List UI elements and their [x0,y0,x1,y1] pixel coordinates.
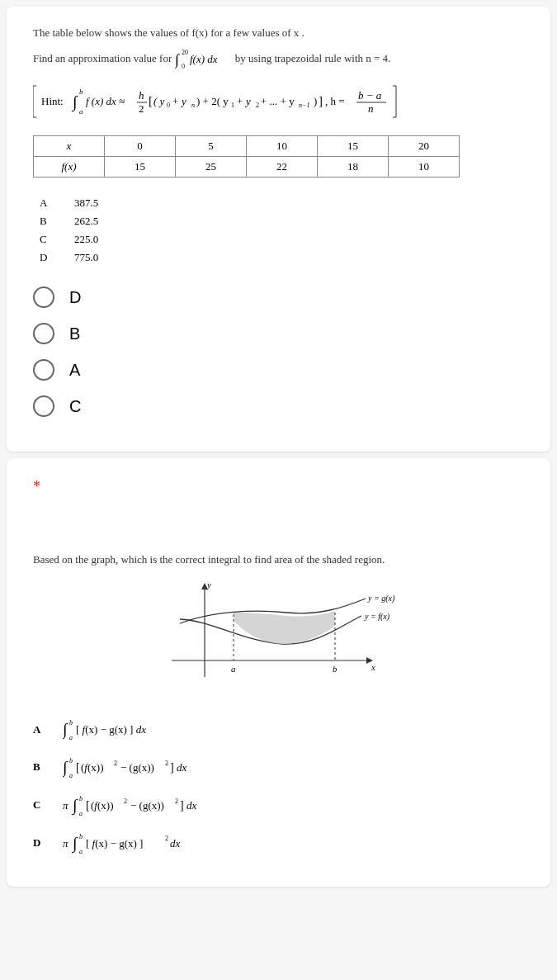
svg-text:2: 2 [165,835,168,842]
svg-text:]: ] [170,761,174,774]
svg-text:2: 2 [114,760,117,767]
table-header: 5 [176,136,247,157]
svg-text:∫: ∫ [71,796,78,816]
answer-label: C [33,798,48,812]
answer-row: B 262.5 [33,212,524,230]
option-d[interactable]: D [33,286,524,308]
table-cell: f(x) [34,157,105,178]
answer-d: D π ∫ b a [ f(x) − g(x) ] 2 dx [33,829,524,857]
q1-prompt-suffix: by using trapezoidal rule with n = 4. [235,52,391,64]
svg-text:(f(x)): (f(x)) [81,761,103,774]
svg-text:b: b [69,719,73,727]
svg-text:∫: ∫ [71,92,78,112]
table-header: x [34,136,105,157]
answer-b: B ∫ b a [ (f(x)) 2 − (g(x)) 2 ] dx [33,753,524,781]
svg-text:∫: ∫ [63,720,68,740]
table-cell: 25 [176,157,247,178]
answer-row: D 775.0 [33,249,524,267]
answer-label: D [33,836,48,850]
table-cell: 18 [318,157,389,178]
svg-text:a: a [79,810,83,817]
svg-text:2: 2 [165,760,168,767]
option-label: A [69,361,80,380]
answer-value: 387.5 [74,196,98,210]
svg-text:[: [ [76,761,80,774]
answer-label: A [40,196,54,210]
values-table: x 0 5 10 15 20 f(x) 15 25 22 18 10 [33,135,460,178]
answer-label: B [40,215,54,228]
svg-text:f (x) dx ≈: f (x) dx ≈ [86,95,125,107]
svg-text:∫: ∫ [175,51,180,69]
radio-icon [33,359,54,381]
answer-label: A [33,723,48,736]
g-label: y = g(x) [367,594,395,604]
svg-text:2: 2 [124,798,127,805]
option-a[interactable]: A [33,359,524,381]
svg-text:b − a: b − a [358,89,382,102]
svg-text:[: [ [149,94,153,107]
formula-d-icon: π ∫ b a [ f(x) − g(x) ] 2 dx [63,829,219,857]
radio-icon [33,395,54,417]
option-b[interactable]: B [33,323,524,344]
svg-text:1: 1 [231,102,234,109]
svg-text:]: ] [180,799,184,812]
q1-hint: Hint: ∫ b a f (x) dx ≈ h 2 [ ( y 0 + y n… [33,83,524,121]
svg-text:π: π [63,799,68,812]
table-cell: 10 [389,157,460,178]
svg-text:n: n [191,102,195,109]
svg-text:0: 0 [182,63,185,70]
table-row: f(x) 15 25 22 18 10 [34,157,460,178]
option-label: C [69,397,81,416]
answer-value: 775.0 [74,251,98,264]
svg-text:dx: dx [186,799,197,812]
svg-text:b: b [79,795,83,802]
answer-row: C 225.0 [33,230,524,249]
svg-text:): ) [314,95,317,107]
radio-icon [33,323,54,344]
y-axis-label: y [206,580,211,589]
table-cell: 15 [105,157,176,178]
svg-text:∫: ∫ [71,834,78,854]
question-2-card: * Based on the graph, which is the corre… [7,458,550,887]
svg-text:a: a [79,107,83,116]
option-c[interactable]: C [33,395,524,417]
option-label: D [69,288,81,307]
svg-text:n−1: n−1 [299,102,309,109]
svg-text:( y: ( y [153,95,165,107]
svg-text:Hint:: Hint: [41,95,64,107]
svg-text:π: π [63,837,68,850]
svg-text:+ ... + y: + ... + y [261,95,295,107]
table-row: x 0 5 10 15 20 [34,136,460,157]
svg-text:2: 2 [175,798,178,805]
svg-text:b: b [79,833,83,840]
svg-text:2: 2 [139,102,144,115]
formula-a-icon: ∫ b a [ f(x) − g(x) ] dx [63,717,203,743]
formula-b-icon: ∫ b a [ (f(x)) 2 − (g(x)) 2 ] dx [63,753,228,781]
answer-c: C π ∫ b a [ (f(x)) 2 − (g(x)) 2 ] dx [33,791,524,819]
required-star-icon: * [33,478,524,495]
svg-text:n: n [368,102,374,115]
svg-text:a: a [69,772,73,779]
answer-row: A 387.5 [33,194,524,212]
x-axis-label: x [371,662,375,672]
svg-text:f(x) dx: f(x) dx [190,53,218,65]
option-label: B [69,324,80,343]
answer-label: D [40,251,54,264]
svg-text:dx: dx [170,837,181,850]
svg-text:+ y: + y [172,95,186,107]
table-header: 10 [247,136,318,157]
table-header: 20 [389,136,460,157]
svg-text:20: 20 [182,49,188,56]
q1-prompt: Find an approximation value for ∫ 20 0 f… [33,48,524,71]
graph: y x a b y = g(x) y = f(x) [33,578,524,697]
q2-answers: A ∫ b a [ f(x) − g(x) ] dx B ∫ b a [ (f(… [33,717,524,857]
table-header: 0 [105,136,176,157]
svg-text:]: ] [319,94,323,107]
svg-text:h: h [139,89,144,102]
question-1-card: The table below shows the values of f(x)… [7,7,550,452]
svg-text:[: [ [86,799,90,812]
answer-value: 225.0 [74,233,98,246]
svg-text:b: b [79,88,83,96]
answer-value: 262.5 [74,215,98,228]
svg-text:+ y: + y [236,95,251,107]
